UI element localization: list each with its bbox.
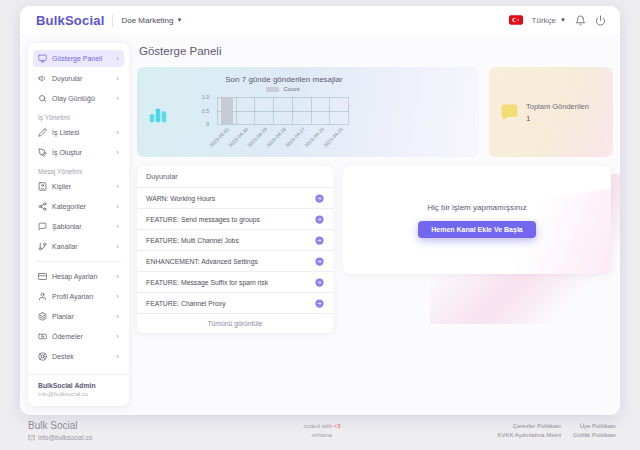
chevron-right-icon: › — [116, 353, 119, 361]
sidebar-item-label: Kanallar — [52, 243, 78, 250]
sidebar: Gösterge Paneli›Duyurular›Olay Günlüğü›İ… — [28, 43, 129, 406]
add-channel-button[interactable]: Hemen Kanal Ekle Ve Başla — [418, 221, 535, 238]
footer-link[interactable]: KVKK Aydınlatma Metni — [497, 432, 561, 438]
footer-link[interactable]: Çerezler Politikası — [497, 423, 561, 429]
y-tick-label: 0.5 — [202, 108, 209, 114]
topbar-divider — [112, 14, 113, 27]
sidebar-nav: Gösterge Paneli›Duyurular›Olay Günlüğü›İ… — [28, 50, 129, 365]
sidebar-item-label: Duyurular — [52, 75, 82, 82]
main-panel: Gösterge Paneli Son 7 günde gönderilen m… — [137, 43, 611, 415]
sidebar-item-templates[interactable]: Şablonlar› — [33, 218, 124, 235]
arrow-right-circle-icon[interactable] — [315, 257, 324, 266]
chevron-right-icon: › — [116, 243, 119, 251]
arrow-right-circle-icon[interactable] — [315, 278, 324, 287]
legend-label: Count — [283, 86, 299, 92]
sidebar-item-plans[interactable]: Planlar› — [33, 308, 124, 325]
admin-name: BulkSocial Admin — [38, 382, 119, 389]
sidebar-item-profile-settings[interactable]: Profil Ayarları› — [33, 288, 124, 305]
chat-bubble-icon — [499, 102, 519, 122]
chat-icon — [38, 222, 47, 231]
topbar: BulkSocial Doe Marketing ▼ Türkçe ▼ — [20, 6, 620, 34]
announcement-label: ENHANCEMENT: Advanced Settings — [146, 258, 258, 265]
megaphone-icon — [38, 74, 47, 83]
announcements-card: Duyurular WARN: Working HoursFEATURE: Se… — [137, 166, 333, 333]
pencil-icon — [38, 128, 47, 137]
sidebar-item-account-settings[interactable]: Hesap Ayarları› — [33, 268, 124, 285]
sidebar-section-label: Mesaj Yönetimi — [38, 168, 119, 175]
language-selector[interactable]: Türkçe ▼ — [532, 16, 566, 25]
sidebar-item-label: Kişiler — [52, 183, 71, 190]
chart-column — [273, 97, 292, 124]
sidebar-item-job-create[interactable]: İş Oluştur› — [33, 144, 124, 161]
arrow-right-circle-icon[interactable] — [315, 215, 324, 224]
search-icon — [38, 94, 47, 103]
chart-column — [292, 97, 311, 124]
chart-column — [236, 97, 255, 124]
workspace-dropdown[interactable]: Doe Marketing ▼ — [121, 16, 182, 25]
sidebar-divider — [36, 261, 121, 262]
git-branch-icon — [38, 242, 47, 251]
banknote-icon — [38, 332, 47, 341]
announcement-row[interactable]: ENHANCEMENT: Advanced Settings — [137, 251, 333, 272]
chevron-right-icon: › — [116, 273, 119, 281]
announcement-row[interactable]: FEATURE: Multi Channel Jobs — [137, 230, 333, 251]
sidebar-item-label: Hesap Ayarları — [52, 273, 98, 280]
sidebar-item-label: Olay Günlüğü — [52, 95, 95, 102]
sidebar-item-label: İş Listesi — [52, 129, 79, 136]
view-all-link[interactable]: Tümünü görüntüle — [137, 314, 333, 333]
announcement-row[interactable]: FEATURE: Send messages to groups — [137, 209, 333, 230]
chevron-right-icon: › — [116, 183, 119, 191]
sidebar-item-support[interactable]: Destek› — [33, 348, 124, 365]
sidebar-item-label: Planlar — [52, 313, 74, 320]
sidebar-item-categories[interactable]: Kategoriler› — [33, 198, 124, 215]
announcement-row[interactable]: WARN: Working Hours — [137, 188, 333, 209]
layers-icon — [38, 312, 47, 321]
announcements-list: WARN: Working HoursFEATURE: Send message… — [137, 188, 333, 314]
announcement-label: FEATURE: Multi Channel Jobs — [146, 237, 239, 244]
heart-icon: <3 — [334, 423, 341, 429]
x-axis-labels: 2023-05-012023-04-302023-04-292023-04-28… — [217, 126, 349, 152]
footer-link[interactable]: Gizlilik Politikası — [573, 432, 616, 438]
sidebar-item-job-list[interactable]: İş Listesi› — [33, 124, 124, 141]
announcement-row[interactable]: FEATURE: Message Suffix for spam risk — [137, 272, 333, 293]
sidebar-item-announcements[interactable]: Duyurular› — [33, 70, 124, 87]
chevron-right-icon: › — [116, 313, 119, 321]
sidebar-item-event-log[interactable]: Olay Günlüğü› — [33, 90, 124, 107]
chevron-right-icon: › — [116, 203, 119, 211]
sidebar-item-label: Gösterge Paneli — [52, 55, 102, 62]
notifications-bell-icon[interactable] — [575, 15, 586, 26]
gridline — [217, 124, 349, 125]
arrow-right-circle-icon[interactable] — [315, 236, 324, 245]
share-icon — [38, 202, 47, 211]
announcement-label: FEATURE: Message Suffix for spam risk — [146, 279, 268, 286]
monitor-icon — [38, 54, 47, 63]
bar-chart-icon — [147, 103, 169, 125]
footer-link[interactable]: Üye Politikası — [573, 423, 616, 429]
sidebar-item-dashboard[interactable]: Gösterge Paneli› — [33, 50, 124, 67]
announcement-row[interactable]: FEATURE: Channel Proxy — [137, 293, 333, 314]
sidebar-item-label: Şablonlar — [52, 223, 82, 230]
sidebar-item-label: Profil Ayarları — [52, 293, 94, 300]
credit-card-icon — [38, 272, 47, 281]
footer-credit-name: rehtana — [303, 432, 340, 438]
sidebar-item-contacts[interactable]: Kişiler› — [33, 178, 124, 195]
footer-brand: Bulk Social — [28, 420, 92, 431]
chevron-down-icon: ▼ — [560, 17, 566, 23]
chart-legend: Count — [217, 86, 349, 92]
announcement-label: WARN: Working Hours — [146, 195, 215, 202]
chevron-down-icon: ▼ — [177, 17, 183, 23]
admin-email: info@bulksocial.co — [38, 391, 119, 397]
power-logout-icon[interactable] — [595, 15, 606, 26]
sidebar-item-payments[interactable]: Ödemeler› — [33, 328, 124, 345]
arrow-right-circle-icon[interactable] — [315, 299, 324, 308]
arrow-right-circle-icon[interactable] — [315, 194, 324, 203]
messages-chart-card: Son 7 günde gönderilen mesajlar Count 1.… — [137, 67, 479, 157]
chevron-right-icon: › — [116, 55, 119, 63]
legend-swatch — [266, 87, 279, 92]
chevron-right-icon: › — [116, 333, 119, 341]
workspace-name: Doe Marketing — [121, 16, 173, 25]
announcements-title: Duyurular — [137, 166, 333, 188]
sidebar-item-channels[interactable]: Kanallar› — [33, 238, 124, 255]
bar-chart: Count 1.00.50 2023-05-012023-04-302023-0… — [167, 83, 387, 153]
app-window: BulkSocial Doe Marketing ▼ Türkçe ▼ — [20, 6, 620, 415]
